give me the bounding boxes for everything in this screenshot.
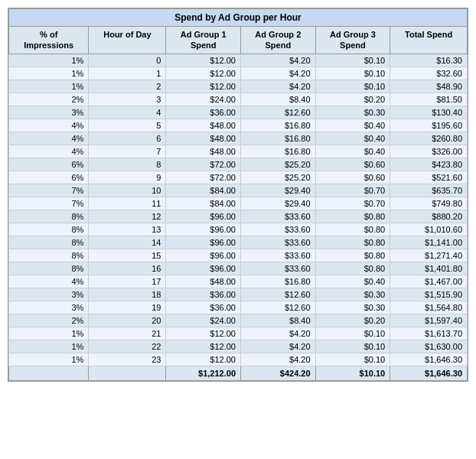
cell-total: $260.80 — [390, 132, 468, 145]
cell-hour: 19 — [89, 301, 166, 314]
table-row: 8% 16 $96.00 $33.60 $0.80 $1,401.80 — [9, 262, 468, 275]
cell-ag2: $16.80 — [241, 145, 316, 158]
cell-ag3: $0.10 — [315, 54, 390, 67]
cell-ag1: $24.00 — [166, 93, 241, 106]
cell-total: $32.60 — [390, 67, 468, 80]
cell-ag1: $12.00 — [166, 80, 241, 93]
cell-ag3: $0.10 — [315, 353, 390, 366]
cell-pct: 4% — [9, 119, 89, 132]
cell-ag1: $84.00 — [166, 197, 241, 210]
cell-hour: 5 — [89, 119, 166, 132]
cell-pct: 2% — [9, 314, 89, 327]
cell-ag2: $33.60 — [241, 236, 316, 249]
cell-total: $521.60 — [390, 171, 468, 184]
cell-ag3: $0.10 — [315, 340, 390, 353]
footer-empty2 — [89, 366, 166, 380]
cell-ag3: $0.10 — [315, 80, 390, 93]
cell-ag1: $12.00 — [166, 353, 241, 366]
cell-hour: 11 — [89, 197, 166, 210]
cell-ag3: $0.80 — [315, 210, 390, 223]
cell-ag1: $36.00 — [166, 288, 241, 301]
cell-ag3: $0.20 — [315, 314, 390, 327]
table-title: Spend by Ad Group per Hour — [9, 9, 468, 27]
table-row: 3% 19 $36.00 $12.60 $0.30 $1,564.80 — [9, 301, 468, 314]
cell-ag3: $0.40 — [315, 132, 390, 145]
cell-ag3: $0.80 — [315, 262, 390, 275]
cell-hour: 22 — [89, 340, 166, 353]
cell-ag2: $12.60 — [241, 301, 316, 314]
table-row: 1% 22 $12.00 $4.20 $0.10 $1,630.00 — [9, 340, 468, 353]
table-row: 4% 7 $48.00 $16.80 $0.40 $326.00 — [9, 145, 468, 158]
cell-pct: 1% — [9, 67, 89, 80]
cell-total: $130.40 — [390, 106, 468, 119]
cell-ag2: $12.60 — [241, 106, 316, 119]
cell-ag1: $96.00 — [166, 236, 241, 249]
cell-hour: 0 — [89, 54, 166, 67]
cell-ag2: $4.20 — [241, 67, 316, 80]
table-row: 2% 3 $24.00 $8.40 $0.20 $81.50 — [9, 93, 468, 106]
table-row: 8% 12 $96.00 $33.60 $0.80 $880.20 — [9, 210, 468, 223]
cell-ag2: $16.80 — [241, 275, 316, 288]
cell-pct: 4% — [9, 132, 89, 145]
footer-ag3: $10.10 — [315, 366, 390, 380]
table-row: 8% 14 $96.00 $33.60 $0.80 $1,141.00 — [9, 236, 468, 249]
cell-total: $1,515.90 — [390, 288, 468, 301]
cell-hour: 17 — [89, 275, 166, 288]
cell-ag3: $0.10 — [315, 67, 390, 80]
cell-total: $1,467.00 — [390, 275, 468, 288]
cell-ag3: $0.10 — [315, 327, 390, 340]
cell-ag3: $0.80 — [315, 223, 390, 236]
cell-total: $1,597.40 — [390, 314, 468, 327]
cell-pct: 1% — [9, 353, 89, 366]
cell-total: $81.50 — [390, 93, 468, 106]
cell-ag3: $0.20 — [315, 93, 390, 106]
cell-ag3: $0.40 — [315, 275, 390, 288]
cell-pct: 8% — [9, 262, 89, 275]
cell-hour: 13 — [89, 223, 166, 236]
cell-ag3: $0.80 — [315, 236, 390, 249]
cell-pct: 8% — [9, 210, 89, 223]
cell-pct: 8% — [9, 249, 89, 262]
cell-ag1: $12.00 — [166, 67, 241, 80]
table-row: 4% 17 $48.00 $16.80 $0.40 $1,467.00 — [9, 275, 468, 288]
cell-pct: 1% — [9, 80, 89, 93]
cell-ag1: $48.00 — [166, 145, 241, 158]
cell-total: $195.60 — [390, 119, 468, 132]
header-row: % ofImpressions Hour of Day Ad Group 1Sp… — [9, 27, 468, 54]
cell-total: $16.30 — [390, 54, 468, 67]
cell-ag2: $8.40 — [241, 314, 316, 327]
cell-pct: 3% — [9, 301, 89, 314]
cell-hour: 10 — [89, 184, 166, 197]
cell-hour: 23 — [89, 353, 166, 366]
table-row: 1% 1 $12.00 $4.20 $0.10 $32.60 — [9, 67, 468, 80]
cell-ag2: $33.60 — [241, 223, 316, 236]
cell-ag2: $33.60 — [241, 249, 316, 262]
cell-hour: 2 — [89, 80, 166, 93]
cell-hour: 8 — [89, 158, 166, 171]
cell-ag1: $96.00 — [166, 223, 241, 236]
cell-total: $1,010.60 — [390, 223, 468, 236]
table-row: 3% 4 $36.00 $12.60 $0.30 $130.40 — [9, 106, 468, 119]
cell-ag1: $36.00 — [166, 106, 241, 119]
cell-ag1: $24.00 — [166, 314, 241, 327]
cell-ag1: $48.00 — [166, 132, 241, 145]
cell-ag2: $8.40 — [241, 93, 316, 106]
footer-row: $1,212.00 $424.20 $10.10 $1,646.30 — [9, 366, 468, 380]
cell-ag3: $0.70 — [315, 197, 390, 210]
cell-pct: 8% — [9, 223, 89, 236]
cell-total: $326.00 — [390, 145, 468, 158]
cell-ag2: $4.20 — [241, 340, 316, 353]
table-row: 6% 8 $72.00 $25.20 $0.60 $423.80 — [9, 158, 468, 171]
cell-ag1: $72.00 — [166, 171, 241, 184]
cell-pct: 3% — [9, 106, 89, 119]
cell-ag1: $48.00 — [166, 119, 241, 132]
table-row: 1% 0 $12.00 $4.20 $0.10 $16.30 — [9, 54, 468, 67]
cell-hour: 16 — [89, 262, 166, 275]
cell-ag2: $29.40 — [241, 197, 316, 210]
cell-hour: 14 — [89, 236, 166, 249]
footer-empty1 — [9, 366, 89, 380]
cell-ag2: $16.80 — [241, 119, 316, 132]
cell-total: $880.20 — [390, 210, 468, 223]
cell-hour: 9 — [89, 171, 166, 184]
table-row: 8% 13 $96.00 $33.60 $0.80 $1,010.60 — [9, 223, 468, 236]
